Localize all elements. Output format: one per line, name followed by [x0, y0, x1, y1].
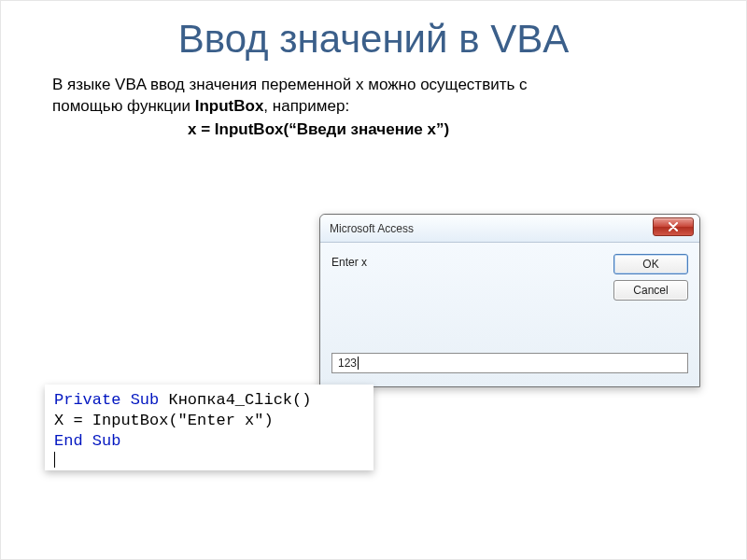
- close-button[interactable]: [653, 217, 694, 236]
- intro-line2-a: помощью функции: [52, 97, 195, 115]
- slide-title: Ввод значений в VBA: [0, 0, 747, 71]
- dialog-input-value: 123: [338, 357, 357, 370]
- intro-line1: В языке VBA ввод значения переменной x м…: [52, 75, 695, 96]
- text-caret: [358, 357, 359, 370]
- kw-sub2: Sub: [92, 432, 121, 450]
- code-block: Private Sub Кнопка4_Click() X = InputBox…: [45, 385, 374, 470]
- dialog-title: Microsoft Access: [330, 222, 414, 235]
- intro-code-line: x = InputBox(“Введи значение x”): [52, 119, 695, 141]
- code-procname: Кнопка4_Click(): [159, 391, 311, 409]
- dialog-body: Enter x OK Cancel 123: [320, 243, 699, 386]
- ok-button[interactable]: OK: [613, 254, 688, 274]
- inputbox-dialog: Microsoft Access Enter x OK Cancel 123: [319, 214, 700, 387]
- intro-paragraph: В языке VBA ввод значения переменной x м…: [0, 71, 747, 141]
- kw-sub: Sub: [131, 391, 160, 409]
- cancel-button[interactable]: Cancel: [613, 280, 688, 301]
- kw-end: End: [54, 432, 92, 450]
- intro-inputbox-strong: InputBox: [195, 97, 264, 115]
- code-body: X = InputBox("Enter x"): [54, 412, 274, 429]
- dialog-input[interactable]: 123: [331, 353, 688, 373]
- kw-private: Private: [54, 391, 131, 409]
- code-caret: [54, 452, 55, 468]
- dialog-buttons: OK Cancel: [613, 254, 688, 301]
- close-icon: [668, 222, 679, 231]
- intro-line2: помощью функции InputBox, например:: [52, 96, 695, 118]
- dialog-titlebar: Microsoft Access: [320, 215, 699, 243]
- intro-line2-b: , например:: [263, 97, 349, 115]
